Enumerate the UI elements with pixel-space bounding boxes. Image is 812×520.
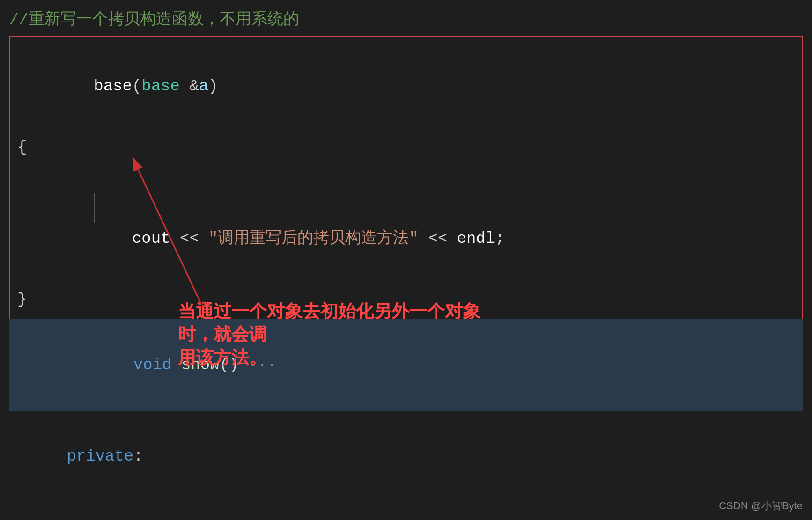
annotation-text: 当通过一个对象去初始化另外一个对象时，就会调用该方法。: [178, 300, 496, 369]
constructor-signature: base(base &a): [17, 41, 795, 132]
cout-line: cout << "调用重写后的拷贝构造方法" << endl;: [17, 163, 795, 284]
code-area: //重新写一个拷贝构造函数，不用系统的 base(base &a) { cout…: [0, 0, 812, 520]
watermark: CSDN @小智Byte: [719, 499, 803, 513]
red-box-constructor: base(base &a) { cout << "调用重写后的拷贝构造方法" <…: [9, 36, 803, 319]
editor: //重新写一个拷贝构造函数，不用系统的 base(base &a) { cout…: [0, 0, 812, 520]
int-a-line: int a;: [9, 502, 803, 520]
comment-line: //重新写一个拷贝构造函数，不用系统的: [9, 5, 803, 35]
private-line: private:: [9, 411, 803, 502]
open-brace: {: [17, 132, 795, 163]
